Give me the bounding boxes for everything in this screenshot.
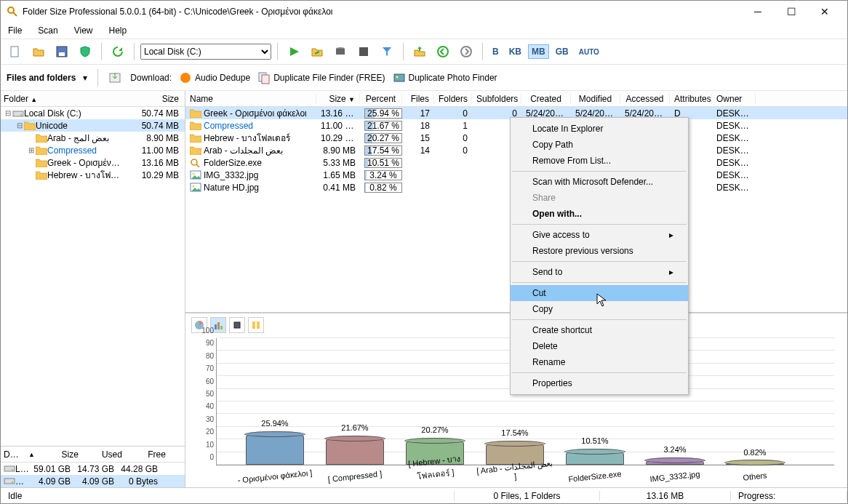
scan-drive-button[interactable] [330,41,351,62]
svg-point-17 [20,114,22,116]
play-button[interactable] [284,41,304,62]
minimize-button[interactable]: ─ [741,1,775,23]
menu-scan[interactable]: Scan [35,24,60,37]
svg-line-23 [196,164,199,167]
col-files[interactable]: Files [402,94,434,104]
chart-bar [326,439,384,465]
dropdown-icon[interactable]: ▾ [83,73,87,83]
col-folder[interactable]: Folder ▲ [1,94,134,104]
drive-select[interactable]: Local Disk (C:) [140,44,271,60]
ctx-rename[interactable]: Rename [511,354,688,370]
col-drive-free[interactable]: Free [125,449,169,460]
export-icon[interactable] [108,71,123,85]
tree-row[interactable]: Greek - Ορισμέν…13.16 MB [1,156,185,169]
ctx-share[interactable]: Share [511,190,688,206]
scan-folder-button[interactable] [307,41,327,62]
menu-help[interactable]: Help [106,24,130,37]
ctx-copy-path[interactable]: Copy Path [511,137,688,153]
save-button[interactable] [52,41,72,62]
drive-row[interactable]: …4.09 GB4.09 GB0 Bytes [1,475,185,487]
maximize-button[interactable]: ☐ [775,1,808,23]
chart-bar [646,461,704,465]
chart-3d-icon[interactable] [229,317,245,333]
titlebar: Folder Size Professional 5.0.0.1 (64-bit… [1,1,847,23]
up-button[interactable] [409,41,430,62]
window-title: Folder Size Professional 5.0.0.1 (64-bit… [23,7,741,17]
ctx-restore[interactable]: Restore previous versions [511,243,688,259]
col-drive-used[interactable]: Used [81,449,125,460]
unit-auto[interactable]: AUTO [575,46,603,58]
ctx-properties[interactable]: Properties [511,375,688,391]
svg-point-25 [193,173,195,175]
ctx-remove[interactable]: Remove From List... [511,153,688,169]
menu-file[interactable]: File [5,24,25,37]
col-drive-size[interactable]: Size [38,449,81,460]
unit-kb[interactable]: KB [505,44,525,59]
tree-row[interactable]: ⊞Compressed11.00 MB [1,144,185,156]
new-button[interactable] [5,41,25,62]
unit-mb[interactable]: MB [528,44,549,59]
svg-rect-31 [220,326,223,329]
folder-tree[interactable]: ⊟Local Disk (C:)50.74 MB⊟Unicode50.74 MB… [1,107,185,276]
tree-row[interactable]: ⊟Unicode50.74 MB [1,119,185,132]
svg-rect-33 [252,321,255,329]
statusbar: Idle 0 Files, 1 Folders 13.16 MB Progres… [1,487,847,503]
refresh-button[interactable] [108,41,128,62]
back-button[interactable] [433,41,453,62]
svg-point-15 [396,76,398,78]
grid-header: Name Size ▼ Percent Files Folders Subfol… [185,91,847,107]
col-size[interactable]: Size ▼ [316,94,360,104]
chevron-right-icon: ▸ [669,230,673,240]
col-name[interactable]: Name [185,94,316,104]
drive-row[interactable]: L…59.01 GB14.73 GB44.28 GB [1,463,185,475]
close-button[interactable]: ✕ [808,1,841,23]
filter-button[interactable] [377,41,397,62]
chart-list-icon[interactable] [248,317,264,333]
col-attr[interactable]: Attributes [670,94,712,104]
status-size: 13.16 MB [600,491,731,501]
col-owner[interactable]: Owner [712,94,756,104]
col-accessed[interactable]: Accessed [620,94,670,104]
col-percent[interactable]: Percent [360,94,402,104]
col-size[interactable]: Size [134,94,185,104]
ctx-delete[interactable]: Delete [511,338,688,354]
svg-rect-29 [215,324,217,329]
col-modified[interactable]: Modified [571,94,620,104]
dup-photo-link[interactable]: Duplicate Photo Finder [393,71,497,84]
col-subfolders[interactable]: Subfolders [472,94,521,104]
tree-row[interactable]: Arab - بعض المج8.90 MB [1,132,185,144]
secondary-toolbar: Files and folders ▾ Download: Audio Dedu… [1,65,847,91]
ctx-copy[interactable]: Copy [511,301,688,317]
dup-file-link[interactable]: Duplicate File Finder (FREE) [257,71,385,84]
unit-gb[interactable]: GB [552,44,572,59]
col-drive[interactable]: D… [1,449,25,460]
svg-rect-4 [59,52,65,56]
unit-b[interactable]: B [489,44,503,59]
tree-row[interactable]: Hebrew - บางโฟ…10.29 MB [1,169,185,181]
svg-rect-2 [11,47,18,57]
ctx-cut[interactable]: Cut [511,285,688,301]
audio-dedupe-link[interactable]: Audio Dedupe [179,71,250,84]
svg-rect-14 [394,74,404,81]
ctx-shortcut[interactable]: Create shortcut [511,322,688,338]
svg-rect-16 [13,111,23,116]
svg-rect-6 [336,49,345,55]
drives-header: D…▲ Size Used Free [1,447,185,463]
ctx-locate[interactable]: Locate In Explorer [511,121,688,137]
ctx-open-with[interactable]: Open with... [511,206,688,222]
left-panel: Folder ▲ Size ⊟Local Disk (C:)50.74 MB⊟U… [1,91,185,487]
status-idle: Idle [1,491,455,501]
tree-row[interactable]: ⊟Local Disk (C:)50.74 MB [1,107,185,119]
forward-button[interactable] [456,41,476,62]
col-created[interactable]: Created [521,94,571,104]
stop-button[interactable] [353,41,374,62]
ctx-give-access[interactable]: Give access to▸ [511,227,688,243]
files-folders-label[interactable]: Files and folders [7,73,76,83]
shield-button[interactable] [75,41,95,62]
ctx-send-to[interactable]: Send to▸ [511,264,688,280]
col-folders[interactable]: Folders [434,94,472,104]
open-button[interactable] [28,41,49,62]
ctx-defender[interactable]: Scan with Microsoft Defender... [511,174,688,190]
svg-rect-32 [234,322,240,328]
menu-view[interactable]: View [71,24,96,37]
